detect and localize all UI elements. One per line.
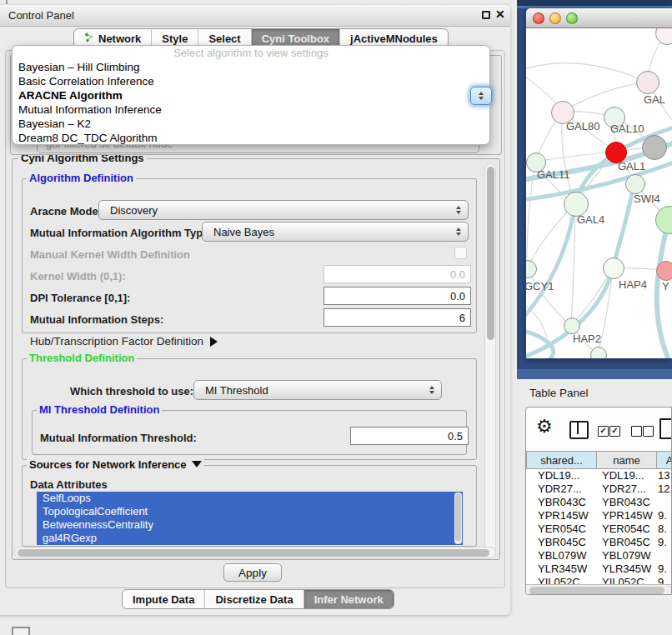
sources-group-title[interactable]: Sources for Network Inference: [27, 459, 204, 470]
table-row[interactable]: YDL19...YDL19...13: [526, 469, 672, 482]
focused-combo-stepper[interactable]: [470, 87, 492, 105]
unchecked-checkbox-icon[interactable]: [643, 426, 654, 437]
checked-checkbox-icon[interactable]: ✓: [598, 426, 609, 437]
tab-label: jActiveMNodules: [350, 32, 438, 45]
settings-horizontal-scrollbar[interactable]: [14, 547, 496, 558]
settings-hscroll-thumb[interactable]: [18, 549, 489, 557]
hub-definition-expander[interactable]: Hub/Transcription Factor Definition: [30, 335, 218, 348]
attribute-item-betweennesscentrality[interactable]: BetweennessCentrality: [37, 518, 463, 532]
settings-vertical-scrollbar[interactable]: [484, 163, 496, 555]
checked-checkbox-icon[interactable]: ✓: [609, 426, 620, 437]
table-row[interactable]: YLR345WYLR345W9.: [526, 562, 672, 576]
table-cell: 12: [654, 482, 672, 496]
data-attributes-list[interactable]: SelfLoopsTopologicalCoefficientBetweenne…: [37, 492, 463, 545]
show-columns-icon[interactable]: [569, 421, 589, 439]
which-threshold-combo[interactable]: MI Threshold: [193, 380, 442, 400]
network-canvas[interactable]: GALGAL80GAL10GAL1GAL11SWI4GAL4GCY1HAP4YH…: [526, 28, 672, 358]
table-row[interactable]: YER054CYER054C8.: [526, 522, 672, 536]
table-horizontal-scrollbar[interactable]: [526, 584, 672, 595]
apply-button[interactable]: Apply: [223, 563, 282, 582]
node-label: GAL10: [610, 122, 644, 135]
manual-kernel-checkbox[interactable]: [454, 247, 467, 259]
close-traffic-light-icon[interactable]: [533, 12, 544, 24]
table-cell: YER054C: [595, 522, 654, 536]
float-window-icon[interactable]: [482, 11, 490, 19]
attribute-item-gal4rgexp[interactable]: gal4RGexp: [37, 532, 463, 545]
zoom-traffic-light-icon[interactable]: [566, 12, 578, 24]
table-cell: YBR045C: [595, 536, 654, 549]
table-hscroll-thumb[interactable]: [529, 587, 664, 594]
table-row[interactable]: YIL052CYIL052C9: [526, 576, 672, 584]
table-cell: YBL079W: [595, 549, 654, 562]
table-row[interactable]: YBR043CYBR043C: [526, 496, 672, 509]
combo-stepper-icon: [429, 386, 434, 394]
minimize-traffic-light-icon[interactable]: [549, 12, 561, 24]
mi-threshold-input[interactable]: 0.5: [350, 427, 469, 445]
network-node[interactable]: [590, 347, 607, 358]
mi-steps-label: Mutual Information Steps:: [30, 313, 163, 326]
unchecked-checkbox-icon[interactable]: [631, 426, 642, 437]
table-cell: YER054C: [526, 522, 595, 536]
tab-label: Impute Data: [133, 593, 194, 606]
tab-label: Network: [98, 32, 141, 45]
network-window-titlebar[interactable]: [526, 8, 672, 28]
mi-threshold-label: Mutual Information Threshold:: [40, 432, 197, 444]
dpi-tolerance-input[interactable]: 0.0: [323, 287, 471, 305]
tab-impute-data[interactable]: Impute Data: [123, 590, 205, 608]
table-cell: YDR27...: [526, 482, 595, 496]
node-label: GAL4: [577, 213, 604, 226]
table-cell: YDL19...: [526, 469, 595, 482]
tab-infer-network[interactable]: Infer Network: [304, 590, 394, 608]
aracne-mode-label: Aracne Mode:: [30, 205, 102, 218]
dropdown-item-mutual-information-inference[interactable]: Mutual Information Inference: [13, 102, 489, 117]
gear-icon[interactable]: ⚙: [536, 418, 553, 436]
network-node-y[interactable]: [656, 261, 672, 281]
tab-discretize-data[interactable]: Discretize Data: [205, 590, 303, 608]
table-cell: YIL052C: [595, 576, 654, 584]
table-row[interactable]: YBL079WYBL079W: [526, 549, 672, 562]
desktop-frame-bottom: [517, 369, 672, 379]
table-row[interactable]: YPR145WYPR145W9.: [526, 509, 672, 522]
column-header-shared-name[interactable]: shared...: [526, 451, 597, 469]
attribute-item-topologicalcoefficient[interactable]: TopologicalCoefficient: [37, 505, 463, 518]
attributes-list-scroll-thumb[interactable]: [455, 494, 461, 541]
aracne-mode-value: Discovery: [110, 204, 456, 217]
stepper-up-icon: [479, 92, 484, 95]
tab-label: Infer Network: [314, 593, 384, 606]
kernel-width-input[interactable]: 0.0: [323, 265, 471, 283]
attribute-item-selfloops[interactable]: SelfLoops: [37, 492, 463, 505]
dropdown-item-bayesian-k2[interactable]: Bayesian – K2: [13, 117, 489, 131]
dropdown-item-basic-correlation-inference[interactable]: Basic Correlation Inference: [13, 74, 489, 88]
column-header-partial[interactable]: A: [657, 451, 672, 469]
algorithm-dropdown-popup: Select algorithm to view settings Bayesi…: [12, 45, 490, 145]
network-node-swi4[interactable]: [625, 174, 645, 194]
dropdown-item-dream8-dc-tdc-algorithm[interactable]: Dream8 DC_TDC Algorithm: [13, 131, 489, 145]
dropdown-item-bayesian-hill-climbing[interactable]: Bayesian – Hill Climbing: [13, 60, 489, 74]
mi-type-combo[interactable]: Naive Bayes: [202, 222, 469, 242]
column-header-name[interactable]: name: [597, 451, 657, 469]
table-cell: YBR043C: [526, 496, 595, 509]
export-table-icon[interactable]: [659, 418, 672, 439]
table-cell: 8.: [654, 522, 672, 536]
combo-stepper-icon: [456, 206, 461, 214]
table-row[interactable]: YBR045CYBR045C9.: [526, 536, 672, 549]
mi-steps-value: 6: [459, 312, 465, 324]
mi-threshold-value: 0.5: [448, 430, 463, 442]
table-cell: [654, 549, 672, 562]
network-node[interactable]: [642, 135, 667, 160]
which-threshold-value: MI Threshold: [205, 384, 429, 397]
mi-steps-input[interactable]: 6: [323, 308, 471, 327]
dropdown-item-aracne-algorithm[interactable]: ARACNE Algorithm: [13, 88, 489, 102]
table-row[interactable]: YDR27...YDR27...12: [526, 482, 672, 496]
minimized-panel-icon[interactable]: [12, 627, 30, 635]
combo-stepper-icon: [456, 228, 461, 236]
settings-vscroll-thumb[interactable]: [487, 167, 494, 340]
attributes-list-scrollbar[interactable]: [454, 492, 462, 544]
network-node-gal[interactable]: [636, 71, 659, 94]
network-node-hap2[interactable]: [564, 318, 580, 334]
hub-definition-label: Hub/Transcription Factor Definition: [30, 335, 203, 348]
close-icon[interactable]: ✕: [495, 8, 505, 20]
network-node-hap4[interactable]: [603, 258, 624, 279]
aracne-mode-combo[interactable]: Discovery: [98, 200, 469, 220]
node-label: GAL80: [566, 120, 599, 132]
